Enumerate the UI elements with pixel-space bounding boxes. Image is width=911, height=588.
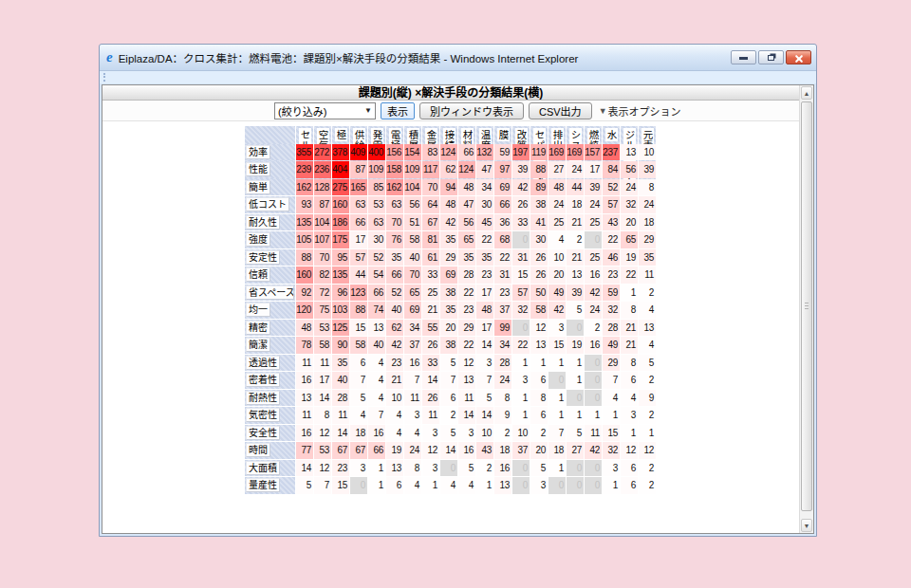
table-cell: 25 [585, 214, 602, 231]
show-button[interactable]: 表示 [381, 102, 415, 119]
close-button[interactable] [786, 50, 811, 64]
display-options-toggle[interactable]: ▼ 表示オプション [599, 103, 681, 119]
table-cell: 13 [639, 320, 656, 337]
table-cell: 39 [512, 161, 530, 178]
table-cell: 9 [494, 407, 511, 424]
table-cell: 34 [494, 337, 511, 354]
table-cell: 11 [314, 355, 331, 372]
table-cell: 105 [296, 231, 313, 248]
table-cell: 17 [314, 372, 331, 389]
restore-button[interactable] [758, 50, 784, 64]
page-content: 課題別(縦) ×解決手段の分類結果(横) (絞り込み) ▼ 表示 別ウィンドウ表… [102, 84, 814, 534]
table-cell: 22 [458, 337, 475, 354]
table-cell: 1 [548, 355, 566, 372]
table-cell: 58 [404, 231, 421, 248]
table-cell: 23 [603, 266, 620, 284]
table-cell: 13 [567, 266, 584, 284]
table-cell: 8 [621, 302, 638, 319]
table-cell: 1 [512, 407, 530, 424]
column-header-label: 水 [605, 128, 618, 141]
table-cell: 19 [567, 337, 584, 354]
table-cell: 40 [368, 337, 385, 354]
table-cell: 0 [585, 460, 602, 477]
ie-logo-icon: e [106, 49, 113, 65]
restore-icon [768, 55, 774, 61]
table-cell: 28 [603, 320, 620, 337]
table-cell: 25 [548, 214, 566, 231]
scroll-down-arrow-icon[interactable]: ▼ [801, 519, 812, 532]
table-cell: 14 [476, 407, 493, 424]
table-cell: 4 [548, 231, 566, 248]
row-header: 簡単 [245, 179, 295, 196]
filter-select[interactable]: (絞り込み) ▼ [274, 102, 376, 119]
minimize-button[interactable] [731, 50, 756, 64]
table-cell: 26 [512, 196, 530, 213]
table-cell: 1 [512, 355, 530, 372]
table-cell: 119 [530, 144, 548, 161]
open-new-window-button[interactable]: 別ウィンドウ表示 [419, 102, 524, 119]
triangle-down-icon: ▼ [599, 106, 607, 116]
table-cell: 6 [440, 390, 457, 407]
table-cell: 2 [639, 407, 656, 424]
row-header: 性能 [245, 161, 295, 178]
table-cell: 66 [386, 266, 403, 284]
table-cell: 42 [585, 442, 602, 459]
table-cell: 46 [603, 249, 620, 266]
table-cell: 4 [404, 477, 421, 494]
table-cell: 22 [458, 285, 475, 302]
table-cell: 15 [350, 320, 367, 337]
table-cell: 12 [422, 442, 439, 459]
table-cell: 83 [422, 144, 439, 161]
table-cell: 1 [476, 477, 493, 494]
table-cell: 6 [350, 355, 367, 372]
row-header-label: 時間 [246, 443, 270, 457]
table-cell: 6 [621, 477, 638, 494]
table-cell: 70 [404, 266, 421, 284]
table-cell: 52 [386, 285, 403, 302]
scroll-up-arrow-icon[interactable]: ▲ [801, 86, 812, 100]
row-header: 透過性 [245, 355, 295, 372]
row-header-label: 簡潔 [246, 338, 270, 352]
table-cell: 47 [476, 161, 493, 178]
table-cell: 57 [512, 285, 530, 302]
table-cell: 97 [494, 161, 511, 178]
row-header: 安定性 [245, 249, 295, 266]
table-cell: 27 [567, 442, 584, 459]
table-cell: 34 [404, 320, 421, 337]
table-cell: 160 [332, 196, 349, 213]
table-cell: 2 [585, 320, 602, 337]
table-cell: 16 [585, 266, 602, 284]
table-cell: 236 [314, 161, 331, 178]
table-cell: 125 [332, 320, 349, 337]
row-header-label: 透過性 [246, 356, 280, 370]
table-cell: 109 [404, 161, 421, 178]
table-cell: 15 [332, 477, 349, 494]
table-cell: 13 [530, 337, 548, 354]
table-cell: 19 [386, 442, 403, 459]
table-cell: 0 [567, 460, 584, 477]
table-cell: 0 [585, 477, 602, 494]
table-cell: 3 [422, 460, 439, 477]
row-header-label: 性能 [246, 162, 270, 176]
table-cell: 10 [639, 144, 656, 161]
table-cell: 1 [368, 460, 385, 477]
csv-export-button[interactable]: CSV出力 [529, 102, 592, 119]
row-header-label: 安全性 [246, 426, 280, 440]
scrollbar-thumb[interactable] [801, 101, 812, 511]
table-cell: 53 [314, 320, 331, 337]
table-cell: 0 [512, 320, 530, 337]
table-cell: 5 [350, 390, 367, 407]
row-header-label: 耐熱性 [246, 391, 280, 405]
table-cell: 107 [314, 231, 331, 248]
table-cell: 1 [512, 390, 530, 407]
title-bar[interactable]: e Eiplaza/DA：クロス集計：燃料電池：課題別×解決手段の分類結果 - … [100, 45, 816, 71]
table-cell: 20 [548, 266, 566, 284]
table-cell: 14 [332, 425, 349, 442]
table-cell: 88 [530, 161, 548, 178]
table-cell: 65 [458, 231, 475, 248]
vertical-scrollbar[interactable]: ▲ ▼ [799, 85, 813, 533]
table-cell: 5 [458, 460, 475, 477]
table-cell: 22 [494, 249, 511, 266]
table-cell: 7 [476, 372, 493, 389]
table-cell: 2 [476, 460, 493, 477]
